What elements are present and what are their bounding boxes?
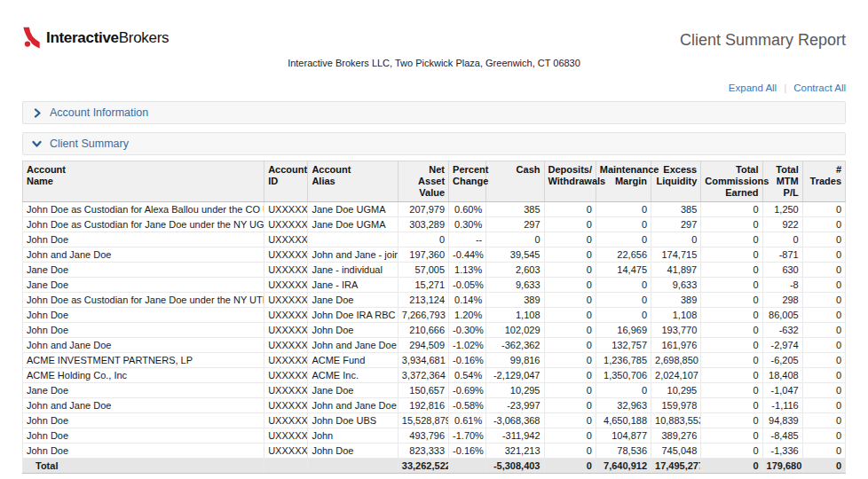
cell: -0.58% xyxy=(449,398,486,413)
cell: 0 xyxy=(802,368,845,383)
cell: 18,408 xyxy=(762,368,802,383)
cell: -871 xyxy=(762,247,802,263)
cell: UXXXXXX xyxy=(264,308,308,323)
column-header: # Trades xyxy=(802,161,845,202)
cell: 0 xyxy=(762,232,802,247)
cell xyxy=(308,232,398,247)
cell: John Doe xyxy=(308,444,398,459)
cell: 0 xyxy=(701,278,762,293)
column-header: Deposits/ Withdrawals xyxy=(544,161,596,202)
cell: UXXXXXX xyxy=(264,263,308,278)
table-row: Jane DoeUXXXXXXJane - individual57,0051.… xyxy=(23,263,846,278)
cell: 0 xyxy=(802,308,845,323)
cell: 0 xyxy=(802,353,845,368)
top-bar: InteractiveBrokers Client Summary Report xyxy=(0,0,868,50)
cell: 823,333 xyxy=(398,444,448,459)
table-row: John DoeUXXXXXXJohn Doe823,333-0.16%321,… xyxy=(23,444,846,459)
cell: 0 xyxy=(701,293,762,308)
cell: Jane Doe UGMA xyxy=(308,202,398,217)
cell: Jane Doe xyxy=(308,383,398,398)
cell: 630 xyxy=(762,263,802,278)
cell: 4,650,188 xyxy=(596,413,651,428)
cell: 0.14% xyxy=(449,293,486,308)
company-address: Interactive Brokers LLC, Two Pickwick Pl… xyxy=(0,58,868,68)
cell: 22,656 xyxy=(596,247,651,263)
total-row: Total33,262,522-5,308,40307,640,91217,49… xyxy=(23,459,846,474)
cell: Jane Doe xyxy=(23,383,264,398)
cell: 0 xyxy=(701,202,762,217)
cell: 0 xyxy=(544,232,596,247)
cell: 78,536 xyxy=(596,444,651,459)
cell: John and Jane - joint xyxy=(308,247,398,263)
cell: 57,005 xyxy=(398,263,448,278)
cell: 192,816 xyxy=(398,398,448,413)
cell: John Doe as Custodian for Alexa Ballou u… xyxy=(23,202,264,217)
cell: 0 xyxy=(802,263,845,278)
cell: -1.70% xyxy=(449,428,486,444)
cell: 0 xyxy=(802,278,845,293)
cell: ACME Inc. xyxy=(308,368,398,383)
cell: Jane - individual xyxy=(308,263,398,278)
cell: 0 xyxy=(596,232,651,247)
cell: 0 xyxy=(544,428,596,444)
cell: 9,633 xyxy=(651,278,701,293)
section-account-information[interactable]: Account Information xyxy=(22,101,846,124)
column-header: Account ID xyxy=(264,161,308,202)
cell: 0 xyxy=(398,232,448,247)
cell: -1,116 xyxy=(762,398,802,413)
section-client-summary[interactable]: Client Summary xyxy=(22,132,846,155)
cell: -3,068,368 xyxy=(486,413,544,428)
cell: 15,528,879 xyxy=(398,413,448,428)
cell: 32,963 xyxy=(596,398,651,413)
cell: 0 xyxy=(596,278,651,293)
page-title: Client Summary Report xyxy=(680,31,846,50)
table-row: John and Jane DoeUXXXXXXJohn and Jane Do… xyxy=(23,398,846,413)
cell: 2,024,107 xyxy=(651,368,701,383)
cell: 0 xyxy=(802,459,845,474)
cell: UXXXXXX xyxy=(264,353,308,368)
cell: 0 xyxy=(544,293,596,308)
cell: 0 xyxy=(802,398,845,413)
cell: 0 xyxy=(544,338,596,353)
cell: 159,978 xyxy=(651,398,701,413)
cell: UXXXXXX xyxy=(264,398,308,413)
cell: 14,475 xyxy=(596,263,651,278)
cell: 1,108 xyxy=(486,308,544,323)
table-row: Jane DoeUXXXXXXJane Doe150,657-0.69%10,2… xyxy=(23,383,846,398)
cell: 10,883,553 xyxy=(651,413,701,428)
cell: -6,205 xyxy=(762,353,802,368)
cell: -311,942 xyxy=(486,428,544,444)
contract-all-link[interactable]: Contract All xyxy=(793,82,846,93)
cell: -0.16% xyxy=(449,353,486,368)
cell: 493,796 xyxy=(398,428,448,444)
cell: Jane - IRA xyxy=(308,278,398,293)
cell: 0 xyxy=(596,308,651,323)
chevron-down-icon xyxy=(32,139,42,148)
cell xyxy=(264,459,308,474)
cell: 0.54% xyxy=(449,368,486,383)
cell: 10,295 xyxy=(486,383,544,398)
cell xyxy=(449,459,486,474)
cell: 0 xyxy=(701,232,762,247)
cell: ACME Holding Co., Inc xyxy=(23,368,264,383)
client-summary-table: Account NameAccount IDAccount AliasNet A… xyxy=(22,161,846,474)
cell: 0 xyxy=(701,444,762,459)
column-header: Account Name xyxy=(23,161,264,202)
cell: 0 xyxy=(596,293,651,308)
cell: 179,680 xyxy=(762,459,802,474)
expand-all-link[interactable]: Expand All xyxy=(729,82,777,93)
cell: 193,770 xyxy=(651,323,701,338)
cell: 9,633 xyxy=(486,278,544,293)
cell: -2,129,047 xyxy=(486,368,544,383)
table-row: John DoeUXXXXXXJohn Doe UBS15,528,8790.6… xyxy=(23,413,846,428)
cell: 0 xyxy=(802,217,845,232)
cell: John Doe xyxy=(23,323,264,338)
cell: 0 xyxy=(701,308,762,323)
cell: UXXXXXX xyxy=(264,428,308,444)
client-summary-report-page: InteractiveBrokers Client Summary Report… xyxy=(0,0,868,479)
cell: ACME INVESTMENT PARTNERS, LP xyxy=(23,353,264,368)
cell: 0 xyxy=(701,323,762,338)
table-row: ACME INVESTMENT PARTNERS, LPUXXXXXXACME … xyxy=(23,353,846,368)
table-header-row: Account NameAccount IDAccount AliasNet A… xyxy=(23,161,846,202)
cell: 3,934,681 xyxy=(398,353,448,368)
